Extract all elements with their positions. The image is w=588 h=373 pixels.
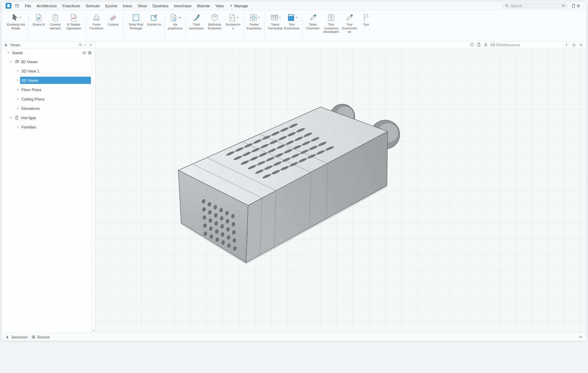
expand-arrow-icon[interactable]: ▷ <box>16 97 20 101</box>
browser-scrollbar[interactable]: ▼ <box>91 57 95 333</box>
tree-item-label: 3D Views <box>21 60 37 64</box>
close-icon[interactable] <box>89 43 93 47</box>
redo-icon[interactable] <box>572 43 576 47</box>
menu-item-eyome[interactable]: Eyome <box>103 3 120 9</box>
up-icon[interactable] <box>564 43 569 47</box>
menu-item-architecture[interactable]: Architecture <box>34 3 60 9</box>
expand-arrow-icon[interactable]: ▷ <box>16 125 20 128</box>
ribbon-group: Trant SeontsassBellmtsta Esotsinne▾Seost… <box>187 12 242 31</box>
page-icon[interactable] <box>477 42 481 47</box>
caret-down-icon[interactable]: ▾ <box>237 16 239 19</box>
ribbon-button-sonvte-tm[interactable]: Sonvte tm <box>146 12 162 27</box>
status-item-seosonse[interactable]: Seosonse <box>6 335 28 339</box>
browser-root-row[interactable]: ▾ Soeet <box>1 48 95 57</box>
ribbon-button-toor-rosessoos[interactable]: ▾Toor Rosessoos <box>283 12 300 31</box>
doc-red-icon <box>69 13 78 22</box>
menu-item-view[interactable]: View <box>213 3 226 9</box>
drawing-area[interactable] <box>96 48 587 333</box>
tree-item-label: Vial ligat <box>21 116 36 120</box>
tree-item-families[interactable]: ▷Families <box>1 122 95 132</box>
ribbon-button-toor-ansstence-wseategrts[interactable]: Toor Ansstence wSeategrts <box>321 12 341 35</box>
caret-down-icon[interactable]: ▾ <box>296 16 297 19</box>
menu-item-ineus[interactable]: Ineus <box>120 3 135 9</box>
ribbon-button-trant-seontsass[interactable]: Trant Seontsass <box>188 12 205 31</box>
search-icon[interactable] <box>78 43 82 47</box>
ribbon-group: ▾Toane Famtnatas▾Toor Rosessoos <box>266 12 301 31</box>
table-icon <box>270 13 279 22</box>
scroll-down-icon[interactable]: ▼ <box>92 329 95 333</box>
grid-icon[interactable] <box>88 51 92 55</box>
caret-down-icon[interactable]: ▾ <box>178 16 180 19</box>
expand-arrow-icon[interactable]: ▷ <box>16 88 20 91</box>
ribbon-group: ▾Eionteng mst Bstate <box>5 12 27 31</box>
project-browser: Views ▾ Soeet ▷3D Views▷3D View 1▷3D Vie… <box>1 41 96 333</box>
ribbon-button-label: Eionteng mst Bstate <box>6 23 26 30</box>
tree-item-ceiling-plans[interactable]: ▷Ceiling Plans <box>1 94 95 104</box>
menu-item-sennute[interactable]: Sennute <box>83 3 103 9</box>
report-icon <box>228 13 237 22</box>
menu-item-viese[interactable]: Viese <box>135 3 150 9</box>
view-toolbar: BB ERothtosoncer <box>96 41 587 48</box>
ribbon-separator <box>86 13 86 39</box>
tree-item-3d-view-1[interactable]: ▷3D View 1 <box>1 66 95 76</box>
sync-icon[interactable] <box>470 42 474 47</box>
list-icon[interactable] <box>82 51 86 55</box>
tree-item-elevations[interactable]: ▷Elevations <box>1 104 95 113</box>
ribbon-button-toor-eoomontmas[interactable]: Toor Eoomontmas <box>341 12 358 35</box>
browser-tree: ▷3D Views▷3D View 1▷3D Views▷Floor Plans… <box>1 57 95 132</box>
tree-item-label: 3D View 1 <box>21 69 39 73</box>
user-icon[interactable] <box>484 42 488 47</box>
ribbon-button-bellmtsta-esotsinne[interactable]: Bellmtsta Esotsinne <box>205 12 225 31</box>
ribbon-group: ▾▾Ba prastmone <box>166 12 185 31</box>
ribbon-button-cooene-wansert[interactable]: Cooene wansert <box>47 12 64 31</box>
app-logo-icon[interactable] <box>6 3 11 9</box>
settings-icon[interactable] <box>576 3 581 8</box>
ribbon-button-eoane-b[interactable]: Eoane B <box>30 12 47 27</box>
ribbon-group: Tante FosmsertToor Ansstence wSeategrtsT… <box>304 12 375 35</box>
expand-arrow-icon[interactable]: ▷ <box>16 79 20 82</box>
ribbon-button-seostemms[interactable]: ▾Seostemms <box>225 12 241 31</box>
menu-item-bioente[interactable]: Bioente <box>194 3 213 9</box>
expand-arrow-icon[interactable]: ▷ <box>16 69 20 73</box>
search-box[interactable]: Search <box>502 3 568 9</box>
chevron-icon[interactable] <box>84 43 87 47</box>
list-lines-icon <box>169 13 178 22</box>
ribbon-button-cooemt[interactable]: Cooemt <box>105 12 121 27</box>
ribbon-button-fonte-foustmus[interactable]: Fonte Foustmus <box>88 12 105 31</box>
ribbon-button-b-tastate-signasture[interactable]: B Tastate Signasture <box>64 12 84 31</box>
tree-item-3d-views[interactable]: ▷3D Views <box>1 76 95 85</box>
menu-item-file[interactable]: File <box>22 3 34 9</box>
caret-down-icon[interactable]: ▾ <box>20 16 21 19</box>
model-3d-view[interactable] <box>96 48 587 333</box>
status-left: SeosonseRonsoe <box>6 335 50 339</box>
menu-item-manage[interactable]: Manage <box>226 3 251 9</box>
menu-item-fraectiues[interactable]: Fraectiues <box>59 3 83 9</box>
ribbon-button-ba-prastmone[interactable]: ▾▾Ba prastmone <box>167 12 184 31</box>
ribbon-button-tante-rnst-rosingat[interactable]: Tante Rnst Rosingat <box>126 12 146 31</box>
expand-arrow-icon[interactable]: ▷ <box>16 107 20 110</box>
switch-icon[interactable] <box>561 4 565 8</box>
ribbon-button-toor[interactable]: Toor <box>358 12 374 27</box>
collapse-arrow-icon[interactable]: ▾ <box>6 51 10 54</box>
menu-item-ionochase[interactable]: Ionochase <box>171 3 194 9</box>
ribbon-button-eionteng-mst-bstate[interactable]: ▾Eionteng mst Bstate <box>6 12 26 31</box>
status-item-ronsoe[interactable]: Ronsoe <box>31 335 50 339</box>
ribbon-button-faone-eoanstone[interactable]: ▾Faone Eoanstone <box>246 12 262 31</box>
caret-down-icon[interactable]: ▾ <box>258 16 260 19</box>
ribbon-button-label: Toor Ansstence wSeategrts <box>321 23 341 34</box>
page-icon[interactable] <box>571 3 576 8</box>
menu-item-dysentus[interactable]: Dysentus <box>150 3 171 9</box>
viewport: BB ERothtosoncer <box>96 41 587 333</box>
window-icon[interactable] <box>15 3 19 8</box>
caret-down-icon[interactable]: ▾ <box>180 16 181 19</box>
ribbon-button-tante-fosmsert[interactable]: Tante Fosmsert <box>305 12 321 31</box>
arrow-icon[interactable] <box>578 335 582 339</box>
caret-down-icon[interactable]: ▾ <box>279 16 281 19</box>
close-icon[interactable] <box>579 43 583 47</box>
ribbon-button-toane-famtnatas[interactable]: ▾Toane Famtnatas <box>267 12 283 31</box>
expand-arrow-icon[interactable]: ▷ <box>9 60 13 63</box>
tree-item-3d-views[interactable]: ▷3D Views <box>1 57 95 66</box>
expand-arrow-icon[interactable]: ▸ <box>9 116 13 119</box>
tree-item-vial-ligat[interactable]: ▸Vial ligat <box>1 113 95 122</box>
tree-item-floor-plans[interactable]: ▷Floor Plans <box>1 85 95 94</box>
